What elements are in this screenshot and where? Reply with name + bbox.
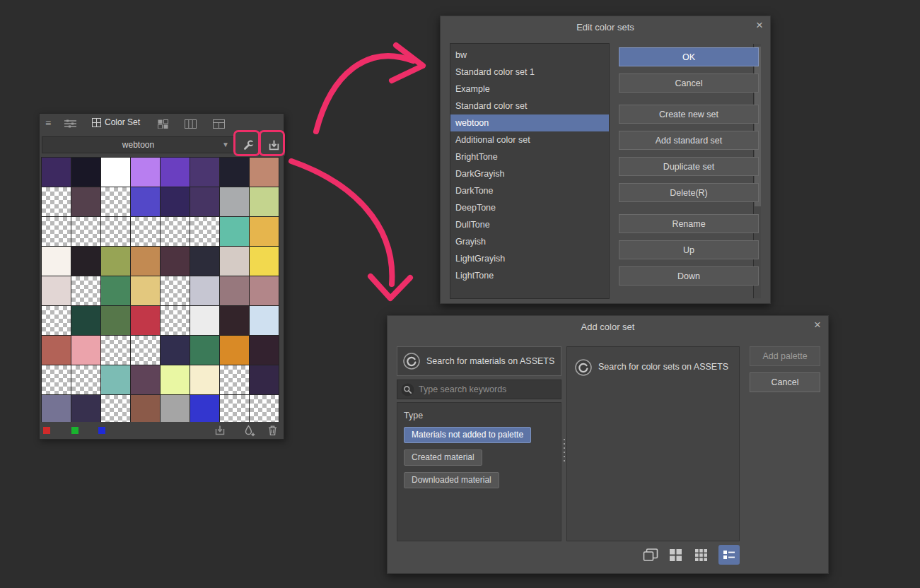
cancel-button[interactable]: Cancel	[750, 372, 820, 392]
delete-set-button[interactable]: Delete(R)	[619, 183, 759, 202]
color-swatch[interactable]	[220, 187, 249, 216]
close-icon[interactable]: ×	[756, 19, 763, 31]
cancel-button[interactable]: Cancel	[619, 74, 759, 93]
color-set-list-item[interactable]: DullTone	[450, 216, 609, 233]
create-new-set-button[interactable]: Create new set	[619, 105, 759, 124]
color-swatch[interactable]	[190, 395, 219, 424]
color-swatch[interactable]	[131, 187, 160, 216]
search-input[interactable]	[419, 384, 557, 394]
color-swatch[interactable]	[42, 336, 71, 365]
approximate-color-tab-icon[interactable]	[185, 119, 197, 130]
color-swatch[interactable]	[71, 336, 100, 365]
color-swatch[interactable]	[190, 336, 219, 365]
color-swatch[interactable]	[71, 365, 100, 394]
color-swatch[interactable]	[131, 217, 160, 246]
color-set-list-item[interactable]: Grayish	[450, 233, 609, 250]
color-swatch[interactable]	[101, 187, 130, 216]
color-swatch[interactable]	[161, 336, 190, 365]
add-color-set-button[interactable]	[262, 134, 285, 155]
color-swatch[interactable]	[220, 306, 249, 335]
color-swatch[interactable]	[220, 158, 249, 187]
color-swatch[interactable]	[71, 187, 100, 216]
add-color-icon[interactable]	[243, 425, 255, 440]
color-swatch[interactable]	[161, 276, 190, 305]
color-swatch[interactable]	[42, 306, 71, 335]
color-swatch[interactable]	[42, 276, 71, 305]
color-set-list-item[interactable]: webtoon	[450, 114, 609, 131]
footer-color-green[interactable]	[71, 427, 78, 434]
type-filter-chip[interactable]: Downloaded material	[404, 472, 499, 488]
color-swatch[interactable]	[131, 336, 160, 365]
add-palette-button[interactable]: Add palette	[750, 346, 820, 366]
color-swatch[interactable]	[220, 247, 249, 276]
color-swatch[interactable]	[42, 187, 71, 216]
color-swatch[interactable]	[190, 247, 219, 276]
menu-icon[interactable]: ≡	[45, 118, 51, 128]
color-swatch[interactable]	[250, 336, 279, 365]
color-swatch[interactable]	[220, 365, 249, 394]
color-set-list-item[interactable]: DarkTone	[450, 182, 609, 199]
color-swatch[interactable]	[101, 395, 130, 424]
color-swatch[interactable]	[161, 306, 190, 335]
color-swatch[interactable]	[250, 365, 279, 394]
color-swatch[interactable]	[131, 247, 160, 276]
color-swatch[interactable]	[101, 247, 130, 276]
color-slider-tab-icon[interactable]	[64, 119, 77, 129]
color-swatch[interactable]	[42, 395, 71, 424]
footer-color-red[interactable]	[43, 427, 50, 434]
color-swatch[interactable]	[190, 217, 219, 246]
color-set-list-item[interactable]: Additional color set	[450, 131, 609, 148]
splitter-handle[interactable]	[563, 437, 566, 463]
color-swatch[interactable]	[250, 217, 279, 246]
close-icon[interactable]: ×	[814, 319, 821, 331]
color-swatch[interactable]	[71, 306, 100, 335]
color-swatch[interactable]	[220, 336, 249, 365]
color-swatch[interactable]	[131, 276, 160, 305]
color-swatch[interactable]	[101, 217, 130, 246]
color-swatch[interactable]	[131, 365, 160, 394]
search-materials-assets-button[interactable]: Search for materials on ASSETS	[397, 346, 561, 376]
large-grid-view-icon[interactable]	[668, 546, 684, 564]
color-set-tab[interactable]: Color Set	[92, 117, 140, 127]
color-set-list-item[interactable]: bw	[450, 47, 609, 64]
list-view-icon[interactable]	[718, 545, 740, 565]
ok-button[interactable]: OK	[619, 47, 759, 66]
color-swatch[interactable]	[42, 217, 71, 246]
color-swatch[interactable]	[71, 158, 100, 187]
color-history-tab-icon[interactable]	[213, 119, 225, 130]
color-swatch[interactable]	[220, 217, 249, 246]
color-swatch[interactable]	[190, 365, 219, 394]
color-set-list-item[interactable]: Example	[450, 81, 609, 98]
color-swatch[interactable]	[71, 395, 100, 424]
down-button[interactable]: Down	[619, 266, 759, 286]
add-standard-set-button[interactable]: Add standard set	[619, 131, 759, 150]
color-swatch[interactable]	[131, 395, 160, 424]
delete-color-icon[interactable]	[267, 425, 278, 439]
color-swatch[interactable]	[220, 276, 249, 305]
color-swatch[interactable]	[220, 395, 249, 424]
color-swatch[interactable]	[250, 276, 279, 305]
material-preview-view-icon[interactable]	[642, 546, 658, 564]
color-set-list-item[interactable]: DeepTone	[450, 199, 609, 216]
color-swatch[interactable]	[131, 306, 160, 335]
rename-button[interactable]: Rename	[619, 214, 759, 233]
color-swatch[interactable]	[161, 217, 190, 246]
color-swatch[interactable]	[71, 276, 100, 305]
color-swatch[interactable]	[101, 158, 130, 187]
color-swatch[interactable]	[42, 365, 71, 394]
color-set-list-item[interactable]: BrightTone	[450, 148, 609, 165]
color-swatch[interactable]	[250, 306, 279, 335]
color-swatch[interactable]	[161, 187, 190, 216]
small-grid-view-icon[interactable]	[693, 546, 709, 564]
load-set-icon[interactable]	[214, 425, 226, 439]
color-swatch[interactable]	[161, 158, 190, 187]
color-swatch[interactable]	[190, 158, 219, 187]
color-swatch[interactable]	[42, 158, 71, 187]
intermediate-color-tab-icon[interactable]	[158, 119, 169, 130]
color-swatch[interactable]	[190, 276, 219, 305]
up-button[interactable]: Up	[619, 240, 759, 259]
color-swatch[interactable]	[101, 365, 130, 394]
color-swatch[interactable]	[190, 306, 219, 335]
color-swatch[interactable]	[161, 247, 190, 276]
color-swatch[interactable]	[101, 306, 130, 335]
